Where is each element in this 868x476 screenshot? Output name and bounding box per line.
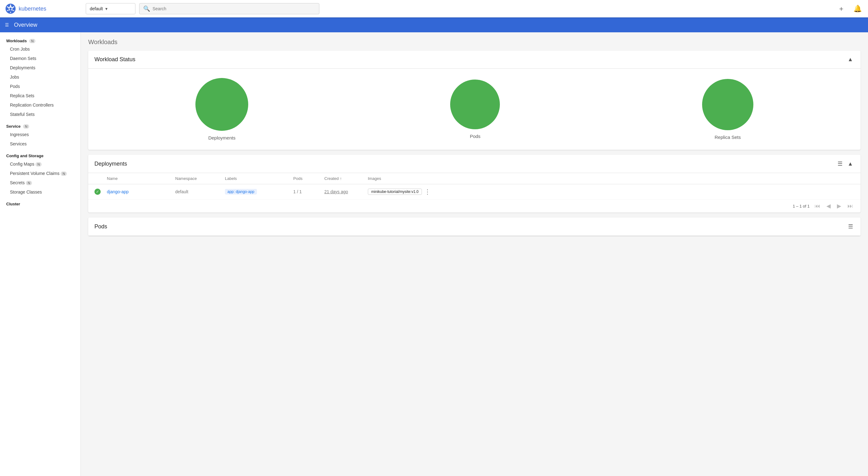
svg-point-5 [13,10,14,11]
image-chip: minikube-tutorial/mysite:v1.0 [368,188,422,195]
deployments-collapse-button[interactable]: ▲ [846,159,854,169]
first-page-button[interactable]: ⏮ [813,202,822,210]
pods-card: Pods ☰ [88,217,861,236]
search-icon: 🔍 [143,5,150,12]
top-nav: kubernetes default ▾ 🔍 ＋ 🔔 [0,0,868,18]
deployments-table-header: Name Namespace Labels Pods Created ↑ Ima… [88,173,861,184]
sidebar-section-cluster: Cluster [0,199,81,208]
col-pods: Pods [293,176,324,181]
chevron-down-icon: ▾ [105,6,107,11]
sidebar-item-storage-classes[interactable]: Storage Classes [0,187,81,197]
sidebar-item-daemon-sets[interactable]: Daemon Sets [0,54,81,63]
sidebar-item-pvc[interactable]: Persistent Volume Claims N [0,169,81,178]
deployments-pagination: 1 – 1 of 1 ⏮ ◀ ▶ ⏭ [88,200,861,212]
sidebar-item-pods[interactable]: Pods [0,82,81,91]
sidebar-section-service: Service N [0,121,81,130]
workloads-section-title: Workloads [88,38,861,46]
main-content: Workloads Workload Status ▲ Deployments … [81,32,868,476]
workloads-badge: N [29,39,35,43]
sidebar-item-config-maps[interactable]: Config Maps N [0,159,81,169]
deployments-card: Deployments ☰ ▲ Name Namespace Labels Po… [88,155,861,212]
deployments-controls: ☰ ▲ [836,159,854,169]
pods-header: Pods ☰ [88,217,861,236]
row-name: django-app [107,189,175,194]
col-labels: Labels [225,176,293,181]
config-storage-label: Config and Storage [6,153,43,158]
svg-point-8 [7,6,8,7]
secrets-badge: N [26,181,32,185]
notifications-button[interactable]: 🔔 [852,3,863,14]
collapse-button[interactable]: ▲ [846,55,854,64]
sidebar-item-ingresses[interactable]: Ingresses [0,130,81,139]
kubernetes-logo-icon [5,3,16,14]
charts-area: Deployments Pods Replica Sets [88,69,861,150]
more-options-button[interactable]: ⋮ [424,188,431,196]
svg-point-4 [13,6,14,7]
filter-icon[interactable]: ☰ [836,159,844,169]
hamburger-icon[interactable]: ☰ [5,22,9,27]
deployments-title: Deployments [94,161,127,167]
deployments-chart: Deployments [195,78,248,141]
page-title: Overview [14,22,37,28]
created-link[interactable]: 21 days ago [324,189,348,194]
svg-point-2 [9,7,11,10]
config-maps-badge: N [35,162,42,167]
label-chip: app: django-app [225,189,257,195]
col-status [94,176,107,181]
row-pods: 1 / 1 [293,189,324,194]
sidebar-section-config-storage: Config and Storage [0,151,81,159]
status-ok-badge: ✓ [94,188,101,195]
deployments-circle [195,78,248,131]
nav-actions: ＋ 🔔 [836,3,863,14]
sidebar-item-replica-sets[interactable]: Replica Sets [0,91,81,100]
logo-area: kubernetes [5,3,86,14]
next-page-button[interactable]: ▶ [836,202,842,210]
pods-chart: Pods [450,80,500,139]
last-page-button[interactable]: ⏭ [846,202,854,210]
col-name: Name [107,176,175,181]
workload-status-controls: ▲ [846,55,854,64]
replica-sets-chart: Replica Sets [702,79,753,140]
workloads-label: Workloads [6,38,27,43]
workload-status-title: Workload Status [94,56,135,63]
row-namespace: default [175,189,225,194]
workload-status-header: Workload Status ▲ [88,51,861,69]
pods-filter-icon[interactable]: ☰ [847,222,854,231]
deployments-chart-label: Deployments [208,135,236,141]
pods-title: Pods [94,224,107,230]
table-row: ✓ django-app default app: django-app 1 /… [88,184,861,200]
cluster-label: Cluster [6,202,20,206]
sidebar-item-cron-jobs[interactable]: Cron Jobs [0,44,81,54]
service-badge: N [23,124,29,129]
page-header: ☰ Overview [0,18,868,32]
row-labels: app: django-app [225,189,293,195]
pods-circle [450,80,500,129]
row-images: minikube-tutorial/mysite:v1.0 ⋮ [368,188,854,196]
svg-point-7 [7,10,8,11]
add-button[interactable]: ＋ [836,3,847,14]
pods-chart-label: Pods [470,133,480,139]
svg-point-3 [10,5,11,6]
namespace-selector[interactable]: default ▾ [86,3,135,14]
col-images: Images [368,176,854,181]
row-created: 21 days ago [324,189,368,194]
prev-page-button[interactable]: ◀ [825,202,832,210]
search-input[interactable] [153,6,315,11]
service-label: Service [6,124,21,129]
pods-controls: ☰ [847,222,854,231]
deployments-header: Deployments ☰ ▲ [88,155,861,173]
sidebar-item-stateful-sets[interactable]: Stateful Sets [0,110,81,119]
deployment-name-link[interactable]: django-app [107,189,129,194]
sidebar-item-deployments[interactable]: Deployments [0,63,81,72]
sidebar-item-jobs[interactable]: Jobs [0,72,81,82]
replica-sets-circle [702,79,753,130]
sidebar-section-workloads: Workloads N [0,36,81,44]
sidebar-item-secrets[interactable]: Secrets N [0,178,81,187]
namespace-value: default [90,6,103,11]
svg-point-6 [10,12,11,13]
replica-sets-chart-label: Replica Sets [715,135,741,140]
sidebar-item-replication-controllers[interactable]: Replication Controllers [0,100,81,110]
main-layout: Workloads N Cron Jobs Daemon Sets Deploy… [0,32,868,476]
sidebar-item-services[interactable]: Services [0,139,81,149]
search-bar: 🔍 [139,3,319,14]
